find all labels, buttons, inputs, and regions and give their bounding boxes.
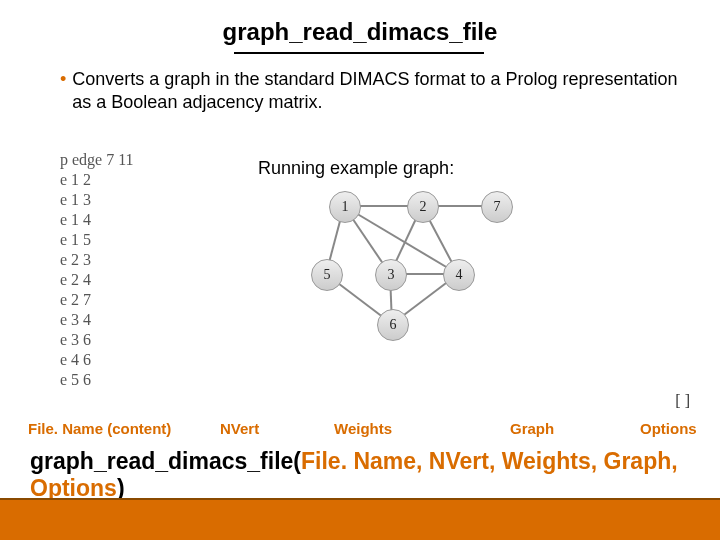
sig-prefix: graph_read_dimacs_file( bbox=[30, 448, 301, 474]
title-underline bbox=[234, 52, 484, 54]
slide: graph_read_dimacs_file • Converts a grap… bbox=[0, 0, 720, 540]
predicate-signature: graph_read_dimacs_file(File. Name, NVert… bbox=[30, 448, 720, 502]
graph-node-4: 4 bbox=[443, 259, 475, 291]
running-example-label: Running example graph: bbox=[258, 158, 454, 179]
graph-node-2: 2 bbox=[407, 191, 439, 223]
bullet-icon: • bbox=[60, 68, 66, 90]
graph-node-6: 6 bbox=[377, 309, 409, 341]
graph-node-1: 1 bbox=[329, 191, 361, 223]
bullet-text: Converts a graph in the standard DIMACS … bbox=[72, 68, 680, 114]
empty-list-literal: [ ] bbox=[675, 392, 690, 410]
graph-node-7: 7 bbox=[481, 191, 513, 223]
bullet-item: • Converts a graph in the standard DIMAC… bbox=[60, 68, 680, 114]
label-filename: File. Name (content) bbox=[28, 420, 171, 437]
graph-node-5: 5 bbox=[311, 259, 343, 291]
example-graph: 1 2 7 5 3 4 6 bbox=[252, 186, 542, 366]
label-options: Options bbox=[640, 420, 697, 437]
label-graph: Graph bbox=[510, 420, 554, 437]
footer-bar bbox=[0, 500, 720, 540]
slide-title: graph_read_dimacs_file bbox=[0, 18, 720, 46]
label-weights: Weights bbox=[334, 420, 392, 437]
label-nvert: NVert bbox=[220, 420, 259, 437]
dimacs-listing: p edge 7 11 e 1 2 e 1 3 e 1 4 e 1 5 e 2 … bbox=[60, 150, 134, 390]
graph-node-3: 3 bbox=[375, 259, 407, 291]
